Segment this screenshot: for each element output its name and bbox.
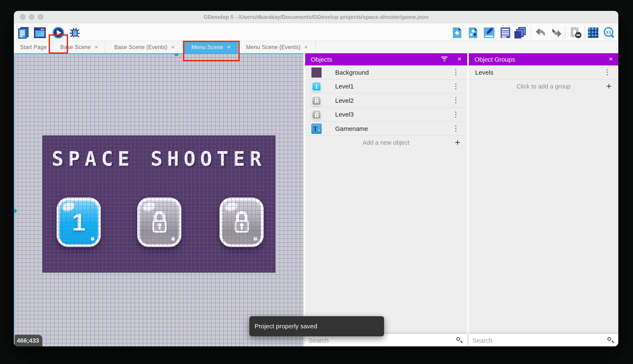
object-name: Level1 <box>335 83 354 90</box>
tab-label: Menu Scene <box>191 44 223 50</box>
lock-icon <box>231 209 252 235</box>
tab-label: Base Scene <box>60 44 91 50</box>
group-row-levels[interactable]: Levels ⋮ <box>469 66 618 80</box>
tab-label: Menu Scene (Events) <box>246 44 300 50</box>
groups-search-bar <box>469 334 618 346</box>
zoom-one-to-one-icon[interactable]: 1:1 <box>602 26 616 39</box>
text-object-thumbnail-icon: Tx <box>311 124 322 134</box>
scene-stars <box>43 136 44 136</box>
group-menu-icon[interactable]: ⋮ <box>604 69 611 76</box>
object-row-gamename[interactable]: Tx Gamename ⋮ <box>305 122 467 136</box>
vertical-scroll-line[interactable] <box>14 53 15 346</box>
groups-search-input[interactable] <box>469 334 618 346</box>
tab-label: Base Scene (Events) <box>114 44 167 50</box>
grid-icon[interactable] <box>587 26 599 39</box>
object-name: Level3 <box>335 111 354 118</box>
groups-list: Levels ⋮ Click to add a group + <box>469 66 618 94</box>
window-title: GDevelop 5 - /Users/dkarakay/Documents/G… <box>14 11 618 23</box>
object-row-background[interactable]: Background ⋮ <box>305 66 467 80</box>
button-gloss-dot <box>253 237 257 240</box>
toast-message: Project properly saved <box>255 323 317 330</box>
gdevelop-window: GDevelop 5 - /Users/dkarakay/Documents/G… <box>14 11 618 346</box>
new-scene-window-icon[interactable] <box>34 26 46 39</box>
close-objects-panel-icon[interactable]: × <box>457 53 462 66</box>
tab-menu-scene-events[interactable]: Menu Scene (Events) × <box>238 41 316 53</box>
vertical-scroll-thumb[interactable] <box>14 209 17 213</box>
main-area: SPACE SHOOTER 1 <box>14 53 618 346</box>
groups-panel-header: Object Groups × <box>469 53 618 66</box>
tab-base-scene[interactable]: Base Scene × <box>53 41 105 53</box>
object-menu-icon[interactable]: ⋮ <box>452 111 459 118</box>
properties-icon[interactable] <box>483 26 495 39</box>
close-tab-icon[interactable]: × <box>304 44 308 50</box>
toolbar: 1:1 <box>14 24 618 41</box>
object-name: Background <box>335 69 369 76</box>
button-gloss-dot <box>171 237 175 240</box>
level1-button-object[interactable]: 1 <box>57 197 101 247</box>
preview-play-button[interactable] <box>52 26 65 39</box>
save-toast: Project properly saved <box>249 316 384 336</box>
filter-icon[interactable] <box>441 56 448 62</box>
cursor-coordinates-badge: 466;433 <box>15 334 42 346</box>
objects-panel-title: Objects <box>311 56 332 63</box>
background-thumbnail-icon <box>311 67 322 77</box>
layers-editor-icon[interactable] <box>512 26 527 39</box>
locked-thumbnail-icon <box>311 96 322 106</box>
group-name: Levels <box>475 69 493 76</box>
add-group-label: Click to add a group <box>516 83 571 90</box>
object-groups-panel: Object Groups × Levels ⋮ Click to add a … <box>469 53 618 346</box>
level1-thumbnail-icon: 1 <box>311 81 322 92</box>
object-name: Level2 <box>335 97 354 104</box>
lock-icon <box>148 209 170 235</box>
close-groups-panel-icon[interactable]: × <box>609 53 613 66</box>
object-name: Gamename <box>335 125 368 132</box>
horizontal-scroll-thumb[interactable] <box>174 53 178 56</box>
tab-base-scene-events[interactable]: Base Scene (Events) × <box>105 41 184 53</box>
close-tab-icon[interactable]: × <box>171 44 175 50</box>
object-menu-icon[interactable]: ⋮ <box>452 97 459 104</box>
button-gloss-dot <box>91 237 94 240</box>
add-group-row[interactable]: Click to add a group + <box>469 80 618 94</box>
title-bar: GDevelop 5 - /Users/dkarakay/Documents/G… <box>14 11 618 23</box>
object-menu-icon[interactable]: ⋮ <box>452 69 459 76</box>
groups-panel-title: Object Groups <box>475 56 515 63</box>
redo-icon[interactable] <box>550 26 563 39</box>
instances-list-icon[interactable] <box>499 26 512 39</box>
add-object-plus-icon[interactable]: + <box>455 137 460 148</box>
scene-background-object[interactable]: SPACE SHOOTER 1 <box>42 135 275 272</box>
objects-editor-icon[interactable] <box>451 26 463 39</box>
objects-panel: Objects × Background ⋮ 1 Level1 ⋮ <box>305 53 467 346</box>
tab-menu-scene[interactable]: Menu Scene × <box>184 41 238 53</box>
object-row-level3[interactable]: Level3 ⋮ <box>305 108 467 122</box>
object-menu-icon[interactable]: ⋮ <box>452 125 459 132</box>
tab-start-page[interactable]: Start Page <box>14 41 53 53</box>
undo-icon[interactable] <box>534 26 547 39</box>
locked-thumbnail-icon <box>311 110 322 120</box>
add-group-plus-icon[interactable]: + <box>606 81 611 92</box>
object-menu-icon[interactable]: ⋮ <box>452 83 459 90</box>
search-icon[interactable] <box>607 337 613 343</box>
horizontal-scroll-line[interactable] <box>14 53 303 54</box>
debugger-icon[interactable] <box>68 26 81 39</box>
tab-label: Start Page <box>20 44 47 50</box>
level2-button-object[interactable] <box>137 197 181 247</box>
object-row-level1[interactable]: 1 Level1 ⋮ <box>305 80 467 94</box>
objects-panel-header: Objects × <box>305 53 467 66</box>
screenshot-stage: GDevelop 5 - /Users/dkarakay/Documents/G… <box>0 0 633 364</box>
add-object-row[interactable]: Add a new object + <box>305 136 467 150</box>
svg-text:1:1: 1:1 <box>606 30 611 34</box>
object-groups-editor-icon[interactable] <box>467 26 479 39</box>
project-manager-icon[interactable] <box>18 26 30 39</box>
object-row-level2[interactable]: Level2 ⋮ <box>305 94 467 108</box>
toolbar-separator <box>585 26 585 39</box>
search-icon[interactable] <box>456 337 462 343</box>
scene-editor-canvas[interactable]: SPACE SHOOTER 1 <box>14 53 303 346</box>
scene-title-text[interactable]: SPACE SHOOTER <box>52 147 266 170</box>
toolbar-separator <box>531 26 531 39</box>
level3-button-object[interactable] <box>219 197 264 247</box>
objects-list: Background ⋮ 1 Level1 ⋮ Level2 ⋮ <box>305 66 467 150</box>
add-object-label: Add a new object <box>363 140 410 146</box>
close-tab-icon[interactable]: × <box>227 44 230 50</box>
close-tab-icon[interactable]: × <box>95 44 98 50</box>
toggle-window-mask-icon[interactable] <box>569 26 583 39</box>
